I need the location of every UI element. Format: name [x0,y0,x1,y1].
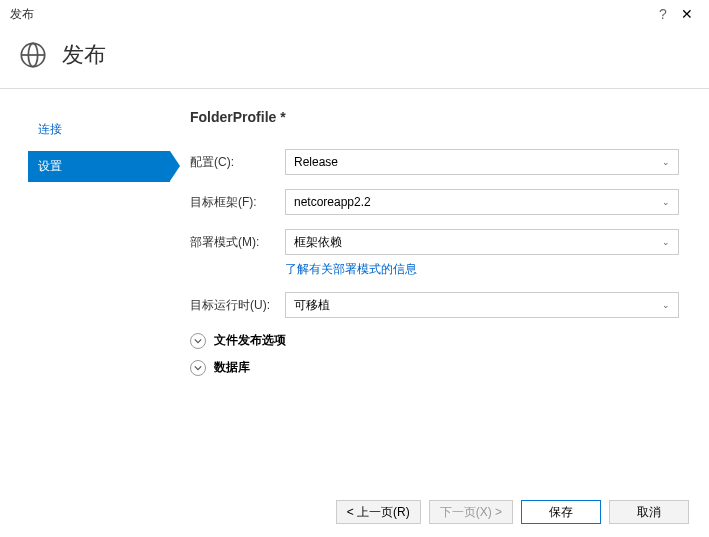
config-value: Release [294,155,338,169]
runtime-value: 可移植 [294,297,330,314]
framework-label: 目标框架(F): [190,194,285,211]
framework-row: 目标框架(F): netcoreapp2.2 ⌄ [190,189,679,215]
database-label: 数据库 [214,359,250,376]
globe-icon [18,40,48,70]
cancel-button[interactable]: 取消 [609,500,689,524]
deploy-mode-value: 框架依赖 [294,234,342,251]
framework-select[interactable]: netcoreapp2.2 ⌄ [285,189,679,215]
deploy-mode-link-row: 了解有关部署模式的信息 [190,261,679,278]
chevron-down-icon [190,333,206,349]
framework-value: netcoreapp2.2 [294,195,371,209]
main: 连接 设置 FolderProfile * 配置(C): Release ⌄ 目… [0,89,709,483]
window-title: 发布 [10,6,651,23]
sidebar: 连接 设置 [0,89,170,483]
chevron-down-icon: ⌄ [662,157,670,167]
next-button[interactable]: 下一页(X) > [429,500,513,524]
header: 发布 [0,28,709,89]
chevron-down-icon [190,360,206,376]
sidebar-item-label: 设置 [38,159,62,173]
chevron-down-icon: ⌄ [662,197,670,207]
file-publish-expander[interactable]: 文件发布选项 [190,332,679,349]
config-row: 配置(C): Release ⌄ [190,149,679,175]
save-button[interactable]: 保存 [521,500,601,524]
titlebar: 发布 ? ✕ [0,0,709,28]
deploy-mode-label: 部署模式(M): [190,234,285,251]
file-publish-label: 文件发布选项 [214,332,286,349]
profile-name: FolderProfile * [190,109,679,125]
runtime-row: 目标运行时(U): 可移植 ⌄ [190,292,679,318]
close-button[interactable]: ✕ [675,6,699,22]
sidebar-item-connection[interactable]: 连接 [28,114,170,145]
deploy-mode-select[interactable]: 框架依赖 ⌄ [285,229,679,255]
sidebar-item-settings[interactable]: 设置 [28,151,170,182]
help-button[interactable]: ? [651,6,675,22]
chevron-down-icon: ⌄ [662,237,670,247]
prev-button[interactable]: < 上一页(R) [336,500,421,524]
database-expander[interactable]: 数据库 [190,359,679,376]
config-select[interactable]: Release ⌄ [285,149,679,175]
chevron-down-icon: ⌄ [662,300,670,310]
deploy-mode-row: 部署模式(M): 框架依赖 ⌄ [190,229,679,255]
content: FolderProfile * 配置(C): Release ⌄ 目标框架(F)… [170,89,709,483]
page-title: 发布 [62,40,106,70]
runtime-label: 目标运行时(U): [190,297,285,314]
runtime-select[interactable]: 可移植 ⌄ [285,292,679,318]
config-label: 配置(C): [190,154,285,171]
deploy-mode-link[interactable]: 了解有关部署模式的信息 [285,262,417,276]
footer: < 上一页(R) 下一页(X) > 保存 取消 [0,487,709,537]
sidebar-item-label: 连接 [38,122,62,136]
